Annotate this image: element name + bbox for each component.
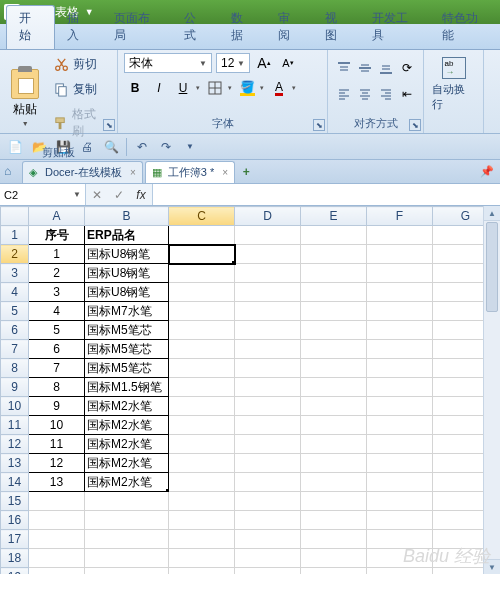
row-header[interactable]: 3 — [1, 264, 29, 283]
cell[interactable] — [301, 226, 367, 245]
cell[interactable]: 1 — [29, 245, 85, 264]
cell[interactable] — [169, 473, 235, 492]
tab-insert[interactable]: 插入 — [55, 6, 102, 49]
tab-start[interactable]: 开始 — [6, 5, 55, 49]
cell[interactable] — [301, 245, 367, 264]
cell[interactable] — [235, 454, 301, 473]
cell[interactable] — [169, 530, 235, 549]
cell[interactable]: ERP品名 — [85, 226, 169, 245]
row-header[interactable]: 11 — [1, 416, 29, 435]
col-header-A[interactable]: A — [29, 207, 85, 226]
tab-review[interactable]: 审阅 — [266, 6, 313, 49]
col-header-F[interactable]: F — [367, 207, 433, 226]
row-header[interactable]: 16 — [1, 511, 29, 530]
cell[interactable]: 11 — [29, 435, 85, 454]
row-header[interactable]: 18 — [1, 549, 29, 568]
cell[interactable] — [169, 454, 235, 473]
align-top-button[interactable] — [334, 57, 354, 79]
cell[interactable]: 国标M2水笔 — [85, 397, 169, 416]
cell[interactable] — [85, 492, 169, 511]
copy-button[interactable]: 复制 — [48, 78, 111, 101]
qat-undo-button[interactable]: ↶ — [131, 137, 153, 157]
cell[interactable] — [301, 359, 367, 378]
fill-color-button[interactable]: 🪣 — [236, 77, 258, 99]
cell[interactable] — [367, 359, 433, 378]
cell[interactable] — [301, 473, 367, 492]
row-header[interactable]: 4 — [1, 283, 29, 302]
cell[interactable]: 国标M2水笔 — [85, 416, 169, 435]
cell[interactable]: 序号 — [29, 226, 85, 245]
tab-page-layout[interactable]: 页面布局 — [102, 6, 172, 49]
cell[interactable]: 13 — [29, 473, 85, 492]
cell[interactable] — [169, 397, 235, 416]
cell[interactable] — [169, 416, 235, 435]
row-header[interactable]: 7 — [1, 340, 29, 359]
cell[interactable] — [235, 302, 301, 321]
cell[interactable]: 2 — [29, 264, 85, 283]
cell[interactable] — [169, 378, 235, 397]
cell[interactable] — [169, 226, 235, 245]
cell[interactable] — [85, 530, 169, 549]
clipboard-expand-icon[interactable]: ⬊ — [103, 119, 115, 131]
cell[interactable] — [85, 549, 169, 568]
scroll-down-icon[interactable]: ▼ — [484, 559, 500, 574]
align-middle-button[interactable] — [355, 57, 375, 79]
cell[interactable] — [235, 568, 301, 575]
cell[interactable]: 国标M1.5钢笔 — [85, 378, 169, 397]
cell[interactable] — [85, 568, 169, 575]
row-header[interactable]: 12 — [1, 435, 29, 454]
cell[interactable] — [301, 378, 367, 397]
cell[interactable]: 5 — [29, 321, 85, 340]
cell[interactable] — [29, 492, 85, 511]
cell[interactable]: 国标U8钢笔 — [85, 264, 169, 283]
cell[interactable]: 国标U8钢笔 — [85, 245, 169, 264]
cell[interactable] — [29, 530, 85, 549]
cell[interactable] — [367, 473, 433, 492]
row-header[interactable]: 9 — [1, 378, 29, 397]
cell[interactable] — [367, 568, 433, 575]
cell[interactable]: 9 — [29, 397, 85, 416]
cell[interactable]: 12 — [29, 454, 85, 473]
col-header-B[interactable]: B — [85, 207, 169, 226]
cell[interactable] — [169, 302, 235, 321]
cell[interactable] — [235, 549, 301, 568]
new-tab-button[interactable]: + — [237, 165, 255, 179]
font-size-select[interactable]: 12 ▼ — [216, 53, 250, 73]
align-expand-icon[interactable]: ⬊ — [409, 119, 421, 131]
col-header-D[interactable]: D — [235, 207, 301, 226]
close-icon[interactable]: × — [130, 167, 136, 178]
cell[interactable]: 国标M2水笔 — [85, 435, 169, 454]
formula-input[interactable] — [152, 184, 500, 205]
cell[interactable] — [301, 549, 367, 568]
select-all-corner[interactable] — [1, 207, 29, 226]
cell[interactable] — [235, 321, 301, 340]
row-header[interactable]: 5 — [1, 302, 29, 321]
name-box[interactable]: C2 ▼ — [0, 184, 86, 205]
row-header[interactable]: 6 — [1, 321, 29, 340]
qat-redo-button[interactable]: ↷ — [155, 137, 177, 157]
cell[interactable] — [235, 245, 301, 264]
cell[interactable] — [367, 416, 433, 435]
cell[interactable] — [169, 321, 235, 340]
cell[interactable] — [235, 283, 301, 302]
cell[interactable] — [367, 530, 433, 549]
format-painter-button[interactable]: 格式刷 — [48, 103, 111, 143]
bold-button[interactable]: B — [124, 77, 146, 99]
font-color-button[interactable]: A — [268, 77, 290, 99]
cell[interactable] — [235, 473, 301, 492]
cell[interactable] — [85, 511, 169, 530]
row-header[interactable]: 15 — [1, 492, 29, 511]
cell[interactable]: 3 — [29, 283, 85, 302]
cell[interactable] — [367, 435, 433, 454]
font-name-select[interactable]: 宋体 ▼ — [124, 53, 212, 73]
active-cell[interactable] — [169, 245, 235, 264]
cell[interactable] — [235, 492, 301, 511]
cell[interactable] — [367, 378, 433, 397]
cell[interactable] — [169, 435, 235, 454]
spreadsheet-grid[interactable]: ABCDEFG1序号ERP品名21国标U8钢笔32国标U8钢笔43国标U8钢笔5… — [0, 206, 500, 574]
align-right-button[interactable] — [376, 83, 396, 105]
row-header[interactable]: 2 — [1, 245, 29, 264]
cell[interactable] — [235, 340, 301, 359]
col-header-E[interactable]: E — [301, 207, 367, 226]
cell[interactable] — [235, 378, 301, 397]
